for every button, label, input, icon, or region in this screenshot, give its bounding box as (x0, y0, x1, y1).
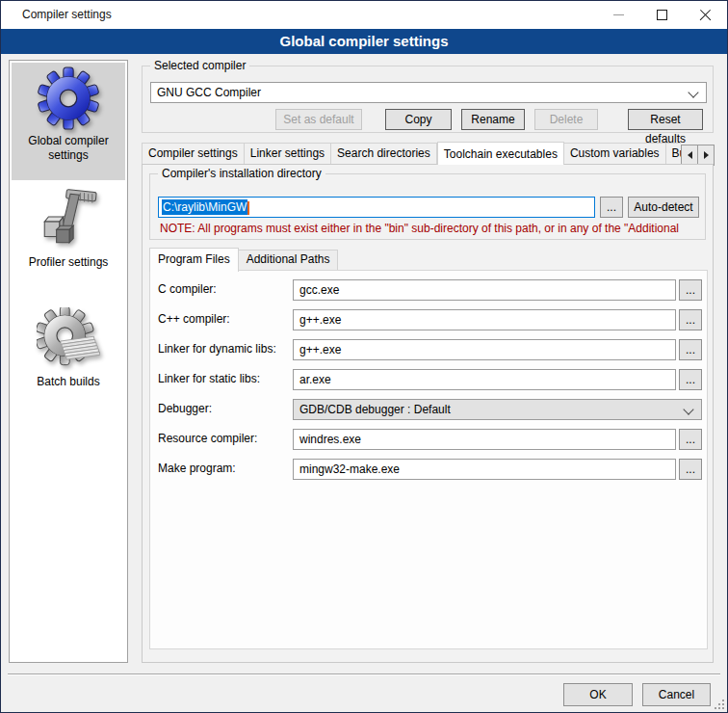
compiler-settings-window: { "window": { "title": "Compiler setting… (0, 0, 728, 713)
reset-defaults-button[interactable]: Reset defaults (628, 109, 703, 130)
make-program-input[interactable]: mingw32-make.exe (293, 459, 676, 480)
delete-button[interactable]: Delete (534, 109, 598, 130)
caliper-icon (37, 188, 100, 251)
note-text: NOTE: All programs must exist either in … (160, 222, 701, 235)
installation-directory-group-label: Compiler's installation directory (158, 167, 325, 181)
compiler-select[interactable]: GNU GCC Compiler (150, 82, 707, 103)
titlebar[interactable]: Compiler settings (1, 1, 727, 29)
field-label: Make program: (158, 462, 236, 475)
blue-gear-icon (37, 66, 100, 130)
sidebar-item-label: Profiler settings (29, 255, 109, 270)
resource-compiler-input[interactable]: windres.exe (293, 429, 676, 450)
tab-toolchain-executables[interactable]: Toolchain executables (437, 142, 564, 165)
field-label: Linker for static libs: (158, 372, 260, 385)
maximize-button[interactable] (640, 1, 684, 29)
compiler-select-value: GNU GCC Compiler (157, 86, 261, 99)
cpp-compiler-input[interactable]: g++.exe (293, 309, 676, 330)
chevron-down-icon (688, 87, 698, 97)
sidebar-item-batch-builds[interactable]: Batch builds (12, 302, 125, 409)
selected-compiler-group-label: Selected compiler (150, 59, 249, 73)
close-icon (699, 9, 712, 21)
dynamic-linker-input[interactable]: g++.exe (293, 339, 676, 360)
static-linker-input[interactable]: ar.exe (293, 369, 676, 390)
auto-detect-button[interactable]: Auto-detect (628, 197, 699, 218)
set-as-default-button[interactable]: Set as default (275, 109, 362, 130)
subtab-program-files[interactable]: Program Files (149, 248, 239, 272)
dynamic-linker-browse-button[interactable]: ... (679, 339, 702, 360)
field-label: Resource compiler: (158, 432, 257, 445)
maximize-icon (657, 10, 667, 20)
directory-browse-button[interactable]: ... (600, 197, 623, 218)
field-label: Debugger: (158, 402, 212, 415)
arrow-right-icon (704, 151, 709, 159)
field-label: C++ compiler: (158, 312, 230, 326)
tab-scroll-right-button[interactable] (697, 145, 715, 166)
sidebar-item-profiler-settings[interactable]: Profiler settings (12, 182, 125, 290)
installation-directory-input[interactable]: C:\raylib\MinGW (158, 197, 595, 218)
dialog-header: Global compiler settings (1, 29, 727, 54)
installation-directory-group: Compiler's installation directory C:\ray… (149, 173, 706, 240)
make-program-browse-button[interactable]: ... (679, 459, 702, 480)
c-compiler-browse-button[interactable]: ... (679, 279, 702, 301)
cpp-compiler-browse-button[interactable]: ... (679, 309, 702, 330)
selected-compiler-group: Selected compiler GNU GCC Compiler Set a… (142, 66, 714, 133)
tab-compiler-settings[interactable]: Compiler settings (142, 143, 245, 165)
settings-tabstrip: Compiler settings Linker settings Search… (142, 142, 714, 165)
tab-search-directories[interactable]: Search directories (331, 143, 437, 165)
copy-button[interactable]: Copy (385, 109, 452, 130)
resource-compiler-browse-button[interactable]: ... (679, 429, 702, 450)
text-caret (247, 201, 249, 215)
static-linker-browse-button[interactable]: ... (679, 369, 702, 390)
field-label: Linker for dynamic libs: (158, 342, 276, 356)
settings-category-sidebar: Global compiler settings Profiler settin… (9, 60, 128, 663)
tab-linker-settings[interactable]: Linker settings (245, 143, 331, 165)
resize-grip[interactable] (713, 698, 724, 709)
debugger-select-value: GDB/CDB debugger : Default (299, 403, 451, 416)
installation-directory-value: C:\raylib\MinGW (162, 199, 247, 215)
tab-custom-variables[interactable]: Custom variables (564, 143, 666, 165)
c-compiler-input[interactable]: gcc.exe (293, 279, 676, 301)
debugger-select[interactable]: GDB/CDB debugger : Default (293, 399, 702, 420)
gray-gear-stack-icon (37, 307, 100, 371)
cancel-button[interactable]: Cancel (642, 683, 711, 706)
subtab-additional-paths[interactable]: Additional Paths (239, 250, 339, 271)
sidebar-item-label: Batch builds (37, 375, 99, 389)
minimize-button[interactable] (597, 1, 640, 29)
sidebar-item-global-compiler-settings[interactable]: Global compiler settings (12, 63, 125, 180)
rename-button[interactable]: Rename (461, 109, 525, 130)
toolchain-executables-page: Compiler's installation directory C:\ray… (142, 164, 714, 663)
sidebar-item-label: Global compiler settings (12, 134, 125, 163)
tab-scroll-left-button[interactable] (681, 145, 698, 166)
arrow-left-icon (688, 151, 692, 159)
footer-divider (8, 673, 720, 675)
program-files-page: C compiler: gcc.exe ... C++ compiler: g+… (149, 270, 708, 649)
window-title: Compiler settings (22, 1, 112, 29)
files-subtabs: Program Files Additional Paths (149, 248, 338, 271)
tab-build-options[interactable]: Build options (666, 143, 681, 165)
close-button[interactable] (684, 1, 727, 29)
minimize-icon (613, 14, 624, 15)
field-label: C compiler: (158, 282, 217, 296)
ok-button[interactable]: OK (563, 683, 633, 706)
chevron-down-icon (683, 404, 693, 414)
